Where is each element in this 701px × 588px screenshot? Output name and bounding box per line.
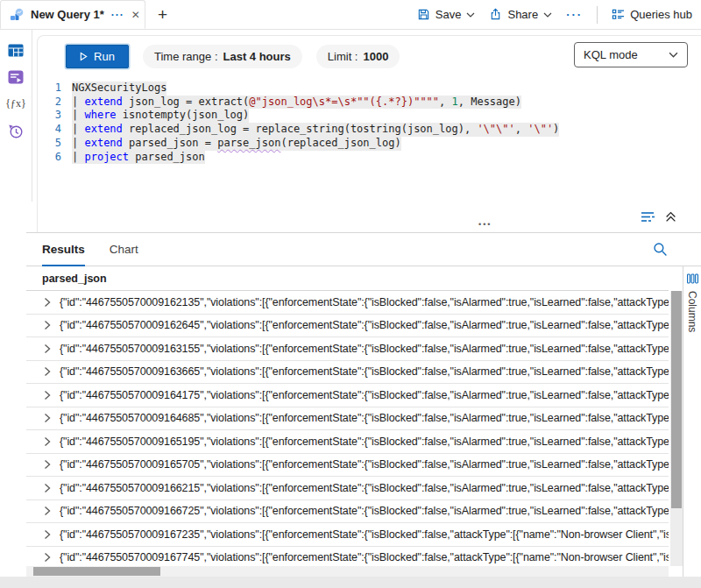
save-button[interactable]: Save (417, 8, 476, 21)
search-icon[interactable] (653, 242, 668, 257)
row-json-text: {"id":"4467550570009167235","violations"… (60, 528, 669, 541)
table-row[interactable]: {"id":"4467550570009162645","violations"… (26, 315, 669, 338)
code-text: | extend parsed_json = parse_json(replac… (72, 137, 401, 151)
row-json-text: {"id":"4467550570009164685","violations"… (60, 412, 669, 424)
vertical-scrollbar-thumb[interactable] (671, 291, 682, 508)
more-actions-button[interactable]: ··· (566, 8, 583, 21)
query-toolbar: Run Time range : Last 4 hours Limit : 10… (39, 42, 701, 70)
kql-mode-select[interactable]: KQL mode (574, 42, 688, 67)
new-tab-button[interactable]: + (158, 0, 167, 29)
share-chevron-down-icon (543, 12, 552, 18)
saved-queries-icon[interactable] (8, 70, 24, 84)
row-json-text: {"id":"4467550570009164175","violations"… (60, 389, 669, 401)
grid-rows: {"id":"4467550570009162135","violations"… (26, 291, 669, 577)
kql-mode-chevron-down-icon (669, 52, 678, 58)
horizontal-scrollbar[interactable] (26, 566, 669, 577)
table-row[interactable]: {"id":"4467550570009166215","violations"… (26, 477, 669, 500)
table-row[interactable]: {"id":"4467550570009163665","violations"… (26, 361, 669, 385)
line-number: 1 (39, 81, 61, 96)
functions-icon[interactable]: {ƒx} (5, 97, 26, 110)
code-lines: 1NGXSecurityLogs 2| extend json_log = ex… (39, 81, 701, 164)
queries-hub-button[interactable]: Queries hub (612, 8, 692, 21)
save-chevron-down-icon (466, 12, 475, 18)
table-row[interactable]: {"id":"4467550570009163155","violations"… (26, 337, 669, 361)
tab-results[interactable]: Results (42, 233, 85, 266)
columns-panel-label: Columns (686, 291, 698, 332)
time-range-picker[interactable]: Time range : Last 4 hours (143, 45, 302, 68)
code-line[interactable]: 1NGXSecurityLogs (39, 81, 701, 96)
format-view-icon[interactable] (641, 211, 656, 223)
tab-more-menu[interactable]: ··· (111, 9, 124, 21)
query-editor[interactable]: 1NGXSecurityLogs 2| extend json_log = ex… (39, 81, 701, 187)
expand-row-icon[interactable] (44, 459, 51, 470)
time-range-value: Last 4 hours (223, 50, 291, 63)
expand-row-icon[interactable] (44, 436, 51, 447)
save-label: Save (435, 8, 462, 21)
toolbar-divider (597, 6, 598, 24)
run-label: Run (94, 50, 115, 63)
data-explorer-logo-icon (10, 8, 24, 22)
tables-icon[interactable] (8, 44, 24, 57)
tabbar-actions: Save Share ··· Queries hub (417, 0, 692, 29)
table-row[interactable]: {"id":"4467550570009164685","violations"… (26, 407, 669, 431)
expand-row-icon[interactable] (44, 344, 51, 354)
column-header-label: parsed_json (42, 273, 107, 285)
grid-column-header[interactable]: parsed_json (26, 266, 669, 291)
kql-mode-value: KQL mode (584, 48, 638, 61)
run-button[interactable]: Run (66, 45, 129, 68)
table-row[interactable]: {"id":"4467550570009165705","violations"… (26, 454, 669, 478)
share-icon (489, 8, 502, 21)
row-json-text: {"id":"4467550570009166215","violations"… (60, 482, 669, 494)
queries-hub-label: Queries hub (630, 8, 692, 21)
expand-row-icon[interactable] (44, 413, 51, 423)
row-json-text: {"id":"4467550570009166725","violations"… (60, 505, 669, 517)
query-tab[interactable]: New Query 1* ··· ✕ (0, 0, 145, 29)
results-panel: Results Chart parsed_json {"id":"4467550… (26, 232, 701, 577)
row-json-text: {"id":"4467550570009165705","violations"… (60, 458, 669, 471)
columns-icon (687, 273, 698, 284)
limit-label: Limit : (328, 50, 358, 63)
line-number: 6 (39, 151, 61, 165)
code-text: | where isnotempty(json_log) (72, 109, 249, 123)
history-icon[interactable] (8, 124, 24, 139)
code-text: NGXSecurityLogs (72, 81, 166, 96)
expand-row-icon[interactable] (44, 529, 51, 540)
queries-hub-icon (612, 8, 625, 21)
code-text: | extend json_log = extract(@"json_log\s… (72, 96, 521, 110)
table-row[interactable]: {"id":"4467550570009162135","violations"… (26, 291, 669, 315)
expand-row-icon[interactable] (44, 390, 51, 400)
expand-row-icon[interactable] (44, 297, 51, 308)
table-row[interactable]: {"id":"4467550570009166725","violations"… (26, 500, 669, 524)
vertical-scrollbar[interactable] (670, 291, 683, 566)
tab-close-icon[interactable]: ✕ (131, 9, 140, 21)
expand-row-icon[interactable] (44, 483, 51, 493)
pane-splitter-handle[interactable]: ••• (478, 220, 492, 229)
limit-picker[interactable]: Limit : 1000 (316, 45, 400, 68)
expand-row-icon[interactable] (44, 552, 51, 563)
expand-row-icon[interactable] (44, 320, 51, 330)
window-bottom-strip (0, 577, 701, 588)
share-label: Share (507, 8, 538, 21)
line-number: 3 (39, 109, 61, 123)
results-tabs: Results Chart (26, 233, 701, 266)
tab-chart[interactable]: Chart (110, 233, 138, 266)
expand-row-icon[interactable] (44, 506, 51, 516)
table-row[interactable]: {"id":"4467550570009167235","violations"… (26, 523, 669, 547)
code-line[interactable]: 5| extend parsed_json = parse_json(repla… (39, 137, 701, 151)
code-line[interactable]: 2| extend json_log = extract(@"json_log\… (39, 96, 701, 110)
row-json-text: {"id":"4467550570009163155","violations"… (60, 343, 669, 355)
expand-row-icon[interactable] (44, 366, 51, 377)
collapse-panel-icon[interactable] (665, 211, 676, 223)
code-line[interactable]: 6| project parsed_json (39, 151, 701, 165)
left-rail: {ƒx} (0, 30, 32, 202)
save-icon (417, 8, 430, 21)
kusto-query-app: New Query 1* ··· ✕ + Save Share (0, 0, 701, 588)
table-row[interactable]: {"id":"4467550570009164175","violations"… (26, 384, 669, 407)
code-line[interactable]: 4| extend replaced_json_log = replace_st… (39, 123, 701, 137)
share-button[interactable]: Share (489, 8, 552, 21)
code-line[interactable]: 3| where isnotempty(json_log) (39, 109, 701, 123)
line-number: 4 (39, 123, 61, 137)
table-row[interactable]: {"id":"4467550570009165195","violations"… (26, 430, 669, 454)
horizontal-scrollbar-thumb[interactable] (33, 567, 160, 576)
columns-panel-tab[interactable]: Columns (683, 266, 701, 577)
